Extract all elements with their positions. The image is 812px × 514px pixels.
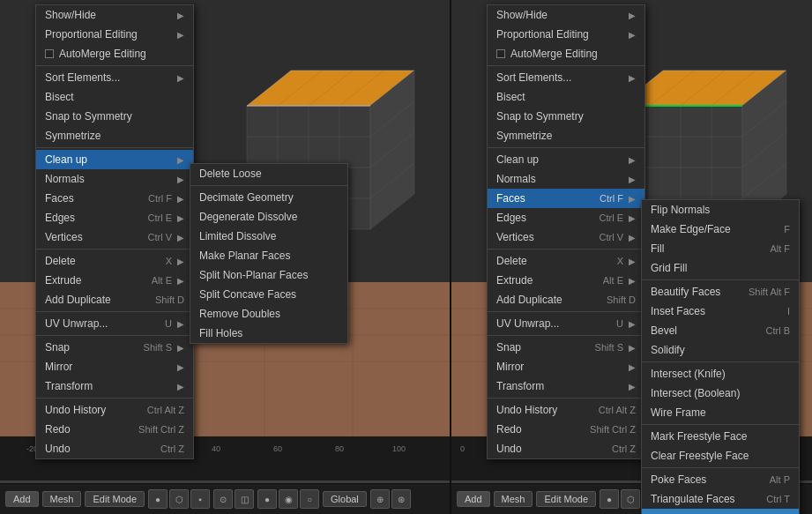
menu-item-snap-to-symmetry[interactable]: Snap to Symmetry [36,107,193,126]
proportional-icon[interactable]: ⊛ [391,489,411,509]
material-view-icon[interactable]: ◉ [279,489,298,509]
right-add-button[interactable]: Add [457,491,490,507]
menu-item-edges[interactable]: EdgesCtrl E▶ [488,208,644,227]
global-button[interactable]: Global [323,491,367,507]
menu-item-mirror[interactable]: Mirror▶ [36,357,193,376]
menu-item-bevel[interactable]: BevelCtrl B [642,321,799,340]
menu-item-uv-unwrap...[interactable]: UV Unwrap...U▶ [36,314,193,333]
menu-item-shortcut: Alt P [770,474,790,485]
menu-item-transform[interactable]: Transform▶ [36,376,193,396]
menu-item-decimate-geometry[interactable]: Decimate Geometry [190,188,347,207]
menu-item-symmetrize[interactable]: Symmetrize [488,126,644,145]
menu-item-grid-fill[interactable]: Grid Fill [642,258,799,278]
menu-item-proportional-editing[interactable]: Proportional Editing▶ [36,25,193,44]
menu-item-degenerate-dissolve[interactable]: Degenerate Dissolve [190,207,347,227]
menu-item-add-duplicate[interactable]: Add DuplicateShift D [488,290,644,309]
menu-item-label: Split Non-Planar Faces [199,269,339,281]
menu-item-delete[interactable]: DeleteX▶ [36,251,193,271]
menu-item-edges[interactable]: EdgesCtrl E▶ [36,208,193,227]
menu-item-poke-faces[interactable]: Poke FacesAlt P [642,470,799,489]
right-edit-mode-button[interactable]: Edit Mode [536,491,596,507]
menu-item-clean-up[interactable]: Clean up▶ [488,150,644,169]
menu-item-undo[interactable]: UndoCtrl Z [36,439,193,458]
menu-item-bisect[interactable]: Bisect [36,87,193,107]
menu-item-redo[interactable]: RedoShift Ctrl Z [36,420,193,439]
menu-item-add-duplicate[interactable]: Add DuplicateShift D [36,290,193,309]
menu-item-shortcut: Ctrl F [600,193,623,204]
menu-item-snap[interactable]: SnapShift S▶ [488,338,644,357]
svg-text:100: 100 [392,444,406,453]
menu-item-snap[interactable]: SnapShift S▶ [36,338,193,357]
menu-item-automerge-editing[interactable]: AutoMerge Editing [36,44,193,63]
menu-item-clear-freestyle-face[interactable]: Clear Freestyle Face [642,446,799,466]
menu-item-faces[interactable]: FacesCtrl F▶ [488,189,644,208]
menu-item-limited-dissolve[interactable]: Limited Dissolve [190,227,347,246]
menu-item-bisect[interactable]: Bisect [488,87,644,107]
menu-item-delete[interactable]: DeleteX▶ [488,251,644,271]
menu-item-extrude[interactable]: ExtrudeAlt E▶ [488,271,644,290]
solid-view-icon[interactable]: ● [257,489,277,509]
menu-item-inset-faces[interactable]: Inset FacesI [642,302,799,321]
menu-item-undo[interactable]: UndoCtrl Z [488,439,644,458]
overlay-icon[interactable]: ⊙ [213,489,233,509]
menu-item-faces[interactable]: FacesCtrl F▶ [36,189,193,208]
menu-item-fill[interactable]: FillAlt F [642,239,799,258]
menu-item-split-non-planar-faces[interactable]: Split Non-Planar Faces [190,265,347,285]
menu-item-vertices[interactable]: VerticesCtrl V▶ [36,227,193,247]
menu-item-extrude[interactable]: ExtrudeAlt E▶ [36,271,193,290]
menu-item-label: Degenerate Dissolve [199,211,339,223]
menu-item-fill-holes[interactable]: Fill Holes [190,324,347,343]
menu-item-intersect-(boolean)[interactable]: Intersect (Boolean) [642,384,799,403]
menu-item-tris-to-quads[interactable]: Tris to QuadsAlt J [642,509,799,514]
snap-icon[interactable]: ⊕ [370,489,390,509]
menu-item-show/hide[interactable]: Show/Hide▶ [36,5,193,25]
add-button[interactable]: Add [5,491,39,507]
right-edge-select-icon[interactable]: ⬡ [621,489,640,509]
menu-item-mirror[interactable]: Mirror▶ [488,357,644,376]
menu-item-sort-elements...[interactable]: Sort Elements...▶ [488,68,644,87]
edge-select-icon[interactable]: ⬡ [169,489,189,509]
menu-item-clean-up[interactable]: Clean up▶ [36,150,193,169]
menu-item-label: Normals [496,173,623,185]
render-view-icon[interactable]: ○ [300,489,319,509]
menu-item-undo-history[interactable]: Undo HistoryCtrl Alt Z [36,400,193,420]
menu-item-uv-unwrap...[interactable]: UV Unwrap...U▶ [488,314,644,333]
menu-item-symmetrize[interactable]: Symmetrize [36,126,193,145]
right-vertex-select-icon[interactable]: ● [600,489,619,509]
xray-icon[interactable]: ◫ [235,489,254,509]
menu-item-shortcut: Alt E [603,275,623,286]
menu-item-wire-frame[interactable]: Wire Frame [642,403,799,422]
menu-item-show/hide[interactable]: Show/Hide▶ [488,5,644,25]
menu-item-delete-loose[interactable]: Delete Loose [190,164,347,183]
submenu-arrow-icon: ▶ [177,175,184,184]
menu-item-make-planar-faces[interactable]: Make Planar Faces [190,246,347,265]
menu-item-redo[interactable]: RedoShift Ctrl Z [488,420,644,439]
menu-item-solidify[interactable]: Solidify [642,340,799,360]
submenu-arrow-icon: ▶ [629,73,636,83]
menu-item-label: Intersect (Knife) [651,368,790,380]
menu-item-vertices[interactable]: VerticesCtrl V▶ [488,227,644,247]
menu-item-flip-normals[interactable]: Flip Normals [642,200,799,220]
menu-item-intersect-(knife)[interactable]: Intersect (Knife) [642,364,799,384]
menu-item-transform[interactable]: Transform▶ [488,376,644,396]
mesh-button[interactable]: Mesh [42,491,82,507]
menu-item-make-edge/face[interactable]: Make Edge/FaceF [642,220,799,239]
menu-item-normals[interactable]: Normals▶ [488,169,644,189]
menu-item-triangulate-faces[interactable]: Triangulate FacesCtrl T [642,489,799,509]
menu-item-undo-history[interactable]: Undo HistoryCtrl Alt Z [488,400,644,420]
right-mesh-button[interactable]: Mesh [494,491,533,507]
submenu-arrow-icon: ▶ [177,276,184,286]
menu-item-snap-to-symmetry[interactable]: Snap to Symmetry [488,107,644,126]
left-bottom-bar: Add Mesh Edit Mode ● ⬡ ▪ ⊙ ◫ ● ◉ ○ Globa… [0,483,450,514]
menu-item-normals[interactable]: Normals▶ [36,169,193,189]
menu-item-automerge-editing[interactable]: AutoMerge Editing [488,44,644,63]
menu-item-remove-doubles[interactable]: Remove Doubles [190,304,347,324]
menu-item-split-concave-faces[interactable]: Split Concave Faces [190,285,347,304]
menu-item-beautify-faces[interactable]: Beautify FacesShift Alt F [642,282,799,302]
vertex-select-icon[interactable]: ● [148,489,168,509]
menu-item-sort-elements...[interactable]: Sort Elements...▶ [36,68,193,87]
menu-item-proportional-editing[interactable]: Proportional Editing▶ [488,25,644,44]
edit-mode-button[interactable]: Edit Mode [85,491,145,507]
face-select-icon[interactable]: ▪ [190,489,210,509]
menu-item-mark-freestyle-face[interactable]: Mark Freestyle Face [642,427,799,446]
